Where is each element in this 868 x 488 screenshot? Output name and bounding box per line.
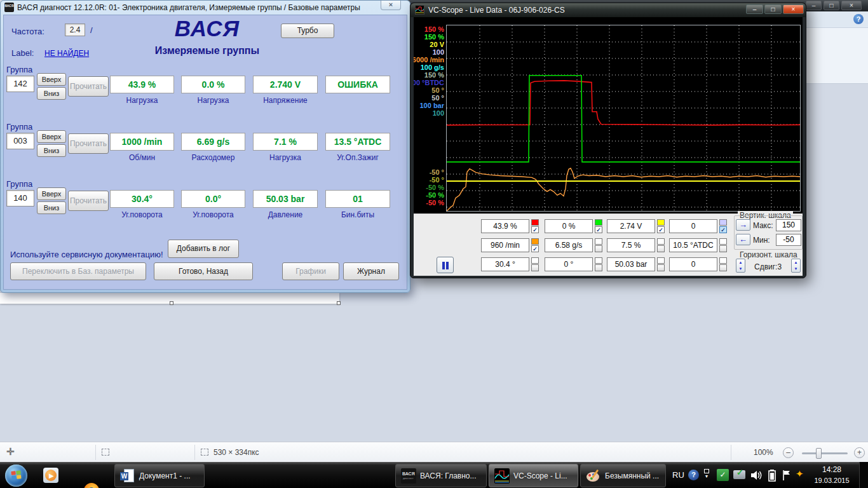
shift-down-spinner[interactable]: ▲▼ [736,259,745,273]
channel-value-field[interactable]: 10.5 °ATDC [669,238,717,252]
max-arrow-icon[interactable]: → [736,219,750,231]
add-to-log-button[interactable]: Добавить в лог [168,240,239,258]
paint-close-button[interactable]: × [841,1,862,10]
vasya-titlebar[interactable]: ВАСЯ ВАСЯ диагност 12.12.0R: 01- Электро… [1,1,410,15]
done-back-button[interactable]: Готово, Назад [154,262,253,280]
agent-tray-icon[interactable]: ✓ [717,469,729,481]
channel-checkbox[interactable]: ✓ [719,226,727,233]
journal-button[interactable]: Журнал [343,262,399,280]
zoom-out-button[interactable]: – [783,447,794,458]
show-desktop-button[interactable] [859,462,868,488]
channel-value-field[interactable]: 43.9 % [481,219,529,233]
frequency-value-field[interactable]: 2.4 [65,24,85,36]
spark-tray-icon[interactable]: ✦ [796,468,804,480]
channel-value-field[interactable]: 7.5 % [607,238,655,252]
taskbar-button-paint[interactable]: Безымянный ... [580,464,666,487]
group-down-button[interactable]: Вниз [37,201,66,214]
channel-color-swatch[interactable] [719,219,727,226]
vcscope-titlebar[interactable]: VC-Scope - Live Data - 06J-906-026-CS – … [410,3,806,17]
taskbar-button-word[interactable]: W Документ1 - ... [114,464,205,487]
channel-color-swatch[interactable] [595,238,602,245]
update-tray-icon[interactable]: ✓ [733,470,745,479]
horizontal-scale-title: Горизонт. шкала [738,250,799,259]
canvas-resize-handle[interactable] [337,301,341,305]
page-title: Измеряемые группы [118,45,296,57]
channel-value-field[interactable]: 0 [669,257,717,271]
channel-color-swatch[interactable] [657,257,665,264]
paint-minimize-button[interactable]: – [806,1,822,10]
start-button[interactable] [5,464,27,487]
channel-value-field[interactable]: 50.03 bar [607,257,655,271]
channel-value-field[interactable]: 30.4 ° [481,257,529,271]
canvas-resize-handle[interactable] [170,301,173,305]
channel-value-field[interactable]: 0 [669,219,717,233]
group-up-button[interactable]: Вверх [37,130,66,143]
action-center-flag-icon[interactable] [782,469,793,484]
channel-value-field[interactable]: 2.74 V [607,219,655,233]
firefox-icon[interactable] [84,483,99,488]
channel-color-swatch[interactable] [531,238,539,245]
taskbar-button-vasya[interactable]: ВАСЯ диагност ВАСЯ: Главно... [395,464,487,487]
axis-label: 100 °BTDC [414,79,444,86]
volume-icon[interactable] [750,469,763,484]
group-up-button[interactable]: Вверх [37,187,66,200]
help-icon[interactable]: ? [853,14,864,24]
group-read-button[interactable]: Прочитать [68,191,109,211]
group-number-field[interactable]: 140 [6,190,34,207]
zoom-slider-thumb[interactable] [816,448,822,459]
battery-icon[interactable] [768,469,776,484]
min-value-field[interactable]: -50 [776,234,801,246]
min-arrow-icon[interactable]: ← [736,234,750,245]
channel-value-field[interactable]: 960 /min [481,238,529,252]
wmp-icon[interactable]: ▶ [43,468,58,483]
channel-checkbox[interactable] [595,264,602,271]
minimize-icon[interactable]: – [746,4,763,14]
group-number-field[interactable]: 003 [6,133,34,149]
channel-checkbox[interactable] [719,245,727,252]
channel-checkbox[interactable]: ✓ [657,226,665,233]
group-read-button[interactable]: Прочитать [68,133,109,154]
channel-color-swatch[interactable] [719,257,727,264]
channel-checkbox[interactable] [657,245,665,252]
channel-checkbox[interactable]: ✓ [531,226,539,233]
channel-value-field[interactable]: 0 % [545,219,593,233]
channel-color-swatch[interactable] [531,257,539,264]
close-icon[interactable]: × [381,1,401,10]
zoom-slider-track[interactable] [802,452,848,454]
group-down-button[interactable]: Вниз [37,144,66,157]
close-icon[interactable]: × [783,4,804,14]
channel-color-swatch[interactable] [531,219,539,226]
channel-color-swatch[interactable] [595,219,602,226]
channel-color-swatch[interactable] [657,219,665,226]
language-indicator[interactable]: RU [672,470,684,480]
channel-checkbox[interactable] [531,264,539,271]
group-number-field[interactable]: 142 [6,76,34,92]
pause-button[interactable] [437,257,454,273]
shift-up-spinner[interactable]: ▲▼ [791,259,801,273]
help-tray-icon[interactable]: ? [688,470,699,480]
label-not-found-link[interactable]: НЕ НАЙДЕН [44,49,89,58]
group-up-button[interactable]: Вверх [37,73,66,86]
show-hidden-icons[interactable]: ▼ [704,469,709,479]
channel-value-field[interactable]: 0 ° [545,257,593,271]
clock[interactable]: 14:28 19.03.2015 [808,464,855,486]
turbo-button[interactable]: Турбо [281,24,334,38]
max-value-field[interactable]: 150 [776,219,801,231]
paint-restore-button[interactable]: □ [824,1,839,10]
channel-color-swatch[interactable] [657,238,665,245]
taskbar-button-vcscope[interactable]: VC-Scope - Li... [489,464,578,487]
channel-checkbox[interactable]: ✓ [595,226,602,233]
group-read-button[interactable]: Прочитать [68,76,109,97]
channel-checkbox[interactable] [657,264,665,271]
graphs-button[interactable]: Графики [282,262,339,280]
maximize-icon[interactable]: □ [764,4,782,14]
channel-checkbox[interactable] [719,264,727,271]
switch-basic-settings-button[interactable]: Переключить в Баз. параметры [10,262,146,280]
channel-value-field[interactable]: 6.58 g/s [545,238,593,252]
channel-checkbox[interactable] [595,245,602,252]
channel-color-swatch[interactable] [719,238,727,245]
channel-color-swatch[interactable] [595,257,602,264]
group-down-button[interactable]: Вниз [37,87,66,100]
channel-checkbox[interactable]: ✓ [531,245,539,252]
zoom-in-button[interactable]: + [854,447,865,458]
